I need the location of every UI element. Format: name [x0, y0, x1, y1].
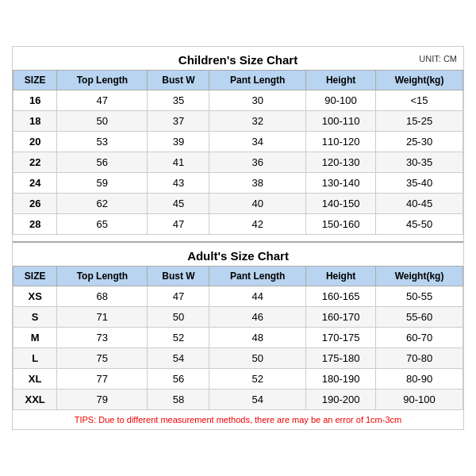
- table-cell: 46: [209, 307, 306, 328]
- table-row: 26624540140-15040-45: [13, 194, 463, 214]
- table-cell: 45: [148, 194, 209, 214]
- children-col-top-length: Top Length: [57, 71, 148, 90]
- table-row: 18503732100-11015-25: [13, 111, 463, 132]
- table-cell: 41: [148, 152, 209, 173]
- table-cell: 42: [209, 214, 306, 235]
- table-cell: 16: [13, 90, 57, 111]
- children-title: Children's Size Chart UNIT: CM: [13, 47, 463, 70]
- table-cell: M: [13, 328, 57, 348]
- table-cell: 75: [57, 348, 148, 369]
- table-cell: 47: [148, 214, 209, 235]
- table-cell: 65: [57, 214, 148, 235]
- table-cell: 90-100: [376, 390, 463, 410]
- table-cell: 55-60: [376, 307, 463, 328]
- children-col-bust-w: Bust W: [148, 71, 209, 90]
- table-cell: 52: [148, 328, 209, 348]
- table-cell: 120-130: [306, 152, 376, 173]
- table-cell: 70-80: [376, 348, 463, 369]
- table-cell: 62: [57, 194, 148, 214]
- children-table: SIZE Top Length Bust W Pant Length Heigh…: [13, 70, 463, 235]
- table-cell: 110-120: [306, 132, 376, 152]
- adult-col-bust-w: Bust W: [148, 267, 209, 286]
- table-cell: 77: [57, 369, 148, 390]
- table-cell: 60-70: [376, 328, 463, 348]
- table-cell: 50: [148, 307, 209, 328]
- table-cell: 34: [209, 132, 306, 152]
- table-row: 28654742150-16045-50: [13, 214, 463, 235]
- children-col-pant-length: Pant Length: [209, 71, 306, 90]
- table-cell: 140-150: [306, 194, 376, 214]
- table-cell: 71: [57, 307, 148, 328]
- table-cell: 170-175: [306, 328, 376, 348]
- table-cell: 38: [209, 173, 306, 194]
- table-cell: 52: [209, 369, 306, 390]
- table-cell: XS: [13, 286, 57, 307]
- table-cell: 35: [148, 90, 209, 111]
- table-cell: 26: [13, 194, 57, 214]
- table-cell: 68: [57, 286, 148, 307]
- table-row: S715046160-17055-60: [13, 307, 463, 328]
- table-cell: 50-55: [376, 286, 463, 307]
- table-cell: 37: [148, 111, 209, 132]
- table-cell: 20: [13, 132, 57, 152]
- table-row: L755450175-18070-80: [13, 348, 463, 369]
- table-cell: 56: [57, 152, 148, 173]
- table-cell: 130-140: [306, 173, 376, 194]
- table-cell: 180-190: [306, 369, 376, 390]
- table-cell: 43: [148, 173, 209, 194]
- table-row: M735248170-17560-70: [13, 328, 463, 348]
- table-cell: 160-170: [306, 307, 376, 328]
- table-cell: XXL: [13, 390, 57, 410]
- table-cell: 58: [148, 390, 209, 410]
- table-cell: 44: [209, 286, 306, 307]
- table-cell: 73: [57, 328, 148, 348]
- adult-col-pant-length: Pant Length: [209, 267, 306, 286]
- table-cell: 24: [13, 173, 57, 194]
- table-row: 20533934110-12025-30: [13, 132, 463, 152]
- table-cell: 36: [209, 152, 306, 173]
- table-cell: 90-100: [306, 90, 376, 111]
- tips-text: TIPS: Due to different measurement metho…: [13, 410, 463, 429]
- table-cell: 56: [148, 369, 209, 390]
- unit-label: UNIT: CM: [419, 54, 457, 63]
- adult-col-top-length: Top Length: [57, 267, 148, 286]
- table-cell: 45-50: [376, 214, 463, 235]
- table-row: XS684744160-16550-55: [13, 286, 463, 307]
- table-row: XXL795854190-20090-100: [13, 390, 463, 410]
- table-row: 24594338130-14035-40: [13, 173, 463, 194]
- table-cell: 79: [57, 390, 148, 410]
- children-table-body: 1647353090-100<1518503732100-11015-25205…: [13, 90, 463, 235]
- children-col-height: Height: [306, 71, 376, 90]
- adult-table-header: SIZE Top Length Bust W Pant Length Heigh…: [13, 267, 463, 286]
- table-cell: 28: [13, 214, 57, 235]
- children-col-weight: Weight(kg): [376, 71, 463, 90]
- table-row: XL775652180-19080-90: [13, 369, 463, 390]
- table-cell: XL: [13, 369, 57, 390]
- table-cell: 53: [57, 132, 148, 152]
- table-row: 1647353090-100<15: [13, 90, 463, 111]
- table-cell: 35-40: [376, 173, 463, 194]
- table-cell: 48: [209, 328, 306, 348]
- adult-table: SIZE Top Length Bust W Pant Length Heigh…: [13, 266, 463, 410]
- table-cell: 160-165: [306, 286, 376, 307]
- table-cell: 15-25: [376, 111, 463, 132]
- children-col-size: SIZE: [13, 71, 57, 90]
- table-cell: 50: [209, 348, 306, 369]
- table-cell: 32: [209, 111, 306, 132]
- adult-col-size: SIZE: [13, 267, 57, 286]
- table-cell: 30-35: [376, 152, 463, 173]
- table-cell: S: [13, 307, 57, 328]
- children-title-text: Children's Size Chart: [178, 53, 298, 67]
- table-cell: 39: [148, 132, 209, 152]
- adult-table-body: XS684744160-16550-55S715046160-17055-60M…: [13, 286, 463, 410]
- table-cell: 54: [148, 348, 209, 369]
- table-row: 22564136120-13030-35: [13, 152, 463, 173]
- table-cell: 59: [57, 173, 148, 194]
- table-cell: 18: [13, 111, 57, 132]
- adult-title: Adult's Size Chart: [13, 241, 463, 266]
- table-cell: 40: [209, 194, 306, 214]
- table-cell: 40-45: [376, 194, 463, 214]
- table-cell: 50: [57, 111, 148, 132]
- adult-col-weight: Weight(kg): [376, 267, 463, 286]
- table-cell: 22: [13, 152, 57, 173]
